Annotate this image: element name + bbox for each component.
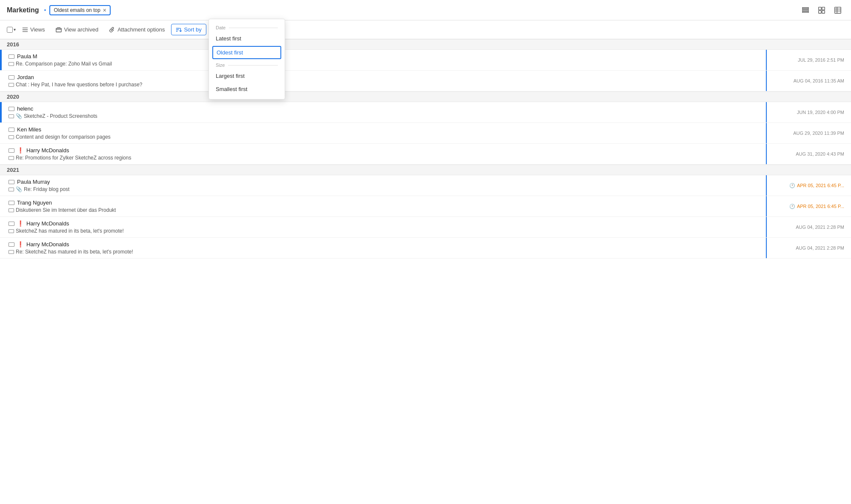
email-subject: Re: Promotions for Zylker SketcheZ acros…: [9, 155, 759, 161]
svg-rect-2: [802, 11, 808, 12]
email-subject: Diskutieren Sie im Internet über das Pro…: [9, 207, 759, 213]
svg-rect-3: [819, 7, 821, 9]
thread-icon: [9, 135, 14, 139]
table-row[interactable]: ❗ Harry McDonalds SketcheZ has matured i…: [0, 217, 851, 238]
app-header: Marketing ● Oldest emails on top ×: [0, 0, 851, 20]
svg-rect-6: [822, 10, 825, 13]
flag-icon: ❗: [17, 147, 24, 154]
sender-row: Ken Miles: [9, 126, 759, 133]
year-group-2016: 2016 Paula M Re. Comparison page: Zoho M…: [0, 39, 851, 91]
attachment-icon: 📎: [16, 113, 22, 119]
mail-icon: [9, 242, 14, 247]
toolbar: ▾ Views View archived Attachment options…: [0, 20, 851, 39]
svg-rect-0: [802, 7, 808, 9]
thread-content: Ken Miles Content and design for compari…: [2, 123, 766, 143]
thread-content: ❗ Harry McDonalds SketcheZ has matured i…: [2, 217, 766, 237]
select-all-checkbox[interactable]: [7, 27, 13, 33]
clock-icon: 🕐: [789, 183, 795, 188]
mail-icon: [9, 222, 14, 226]
thread-content: ❗ Harry McDonalds Re: Promotions for Zyl…: [2, 144, 766, 164]
table-row[interactable]: Ken Miles Content and design for compari…: [0, 123, 851, 144]
mail-icon: [9, 180, 14, 184]
thread-content: Paula M Re. Comparison page: Zoho Mail v…: [2, 50, 766, 70]
year-group-2020: 2020 helenc 📎 SketcheZ - Product Screens…: [0, 91, 851, 165]
year-header-2020: 2020: [0, 91, 851, 102]
sender-row: Paula Murray: [9, 179, 759, 185]
table-row[interactable]: Paula Murray 📎 Re: Friday blog post 🕐 AP…: [0, 175, 851, 196]
svg-rect-1: [802, 9, 808, 11]
thread-content: ❗ Harry McDonalds Re: SketcheZ has matur…: [2, 238, 766, 258]
thread-date: AUG 31, 2020 4:43 PM: [766, 144, 851, 164]
mail-icon: [9, 201, 14, 205]
select-all-wrap[interactable]: ▾: [7, 27, 16, 33]
thread-icon: [9, 188, 14, 191]
email-list: 2016 Paula M Re. Comparison page: Zoho M…: [0, 39, 851, 504]
thread-icon: [9, 62, 14, 66]
filter-tag-label: Oldest emails on top: [54, 7, 100, 13]
smallest-first-item[interactable]: Smallest first: [209, 83, 285, 96]
thread-icon: [9, 208, 14, 212]
email-subject: Re. Comparison page: Zoho Mail vs Gmail: [9, 61, 759, 67]
sort-by-button[interactable]: Sort by: [171, 24, 206, 35]
table-row[interactable]: Jordan Chat : Hey Pat, I have few questi…: [0, 71, 851, 91]
largest-first-item[interactable]: Largest first: [209, 69, 285, 83]
card-view-button[interactable]: [815, 5, 828, 16]
svg-rect-5: [819, 10, 821, 13]
app-title: Marketing: [7, 6, 39, 14]
clock-icon: 🕐: [789, 204, 795, 209]
email-subject: Re: SketcheZ has matured in its beta, le…: [9, 249, 759, 255]
table-row[interactable]: Trang Nguyen Diskutieren Sie im Internet…: [0, 196, 851, 217]
oldest-first-item[interactable]: Oldest first: [212, 46, 281, 59]
email-subject: 📎 SketcheZ - Product Screenshots: [9, 113, 759, 119]
mail-icon: [9, 75, 14, 80]
table-row[interactable]: Paula M Re. Comparison page: Zoho Mail v…: [0, 50, 851, 71]
sender-row: Trang Nguyen: [9, 199, 759, 206]
table-row[interactable]: helenc 📎 SketcheZ - Product Screenshots …: [0, 102, 851, 123]
thread-date: AUG 04, 2021 2:28 PM: [766, 217, 851, 237]
thread-content: Trang Nguyen Diskutieren Sie im Internet…: [2, 196, 766, 216]
sort-dropdown: Date Latest first Oldest first Size Larg…: [208, 19, 285, 100]
thread-icon: [9, 114, 14, 118]
latest-first-item[interactable]: Latest first: [209, 32, 285, 45]
sender-row: ❗ Harry McDonalds: [9, 147, 759, 154]
year-header-2021: 2021: [0, 165, 851, 175]
thread-date: AUG 04, 2021 2:28 PM: [766, 238, 851, 258]
views-button[interactable]: Views: [17, 24, 49, 35]
thread-content: Paula Murray 📎 Re: Friday blog post: [2, 175, 766, 196]
filter-tag-close[interactable]: ×: [103, 7, 106, 14]
sender-row: Jordan: [9, 74, 759, 80]
select-chevron[interactable]: ▾: [14, 27, 16, 32]
thread-date: 🕐 APR 05, 2021 6:45 P...: [766, 196, 851, 216]
svg-rect-11: [56, 28, 61, 32]
thread-icon: [9, 156, 14, 160]
table-row[interactable]: ❗ Harry McDonalds Re: Promotions for Zyl…: [0, 144, 851, 165]
svg-rect-4: [822, 7, 825, 9]
mail-icon: [9, 54, 14, 59]
table-view-button[interactable]: [831, 5, 844, 16]
flag-icon: ❗: [17, 241, 24, 248]
sender-row: ❗ Harry McDonalds: [9, 220, 759, 227]
table-row[interactable]: ❗ Harry McDonalds Re: SketcheZ has matur…: [0, 238, 851, 259]
date-section-label: Date: [209, 23, 285, 32]
email-subject: Content and design for comparison pages: [9, 134, 759, 140]
thread-date: JUL 29, 2016 2:51 PM: [766, 50, 851, 70]
mail-icon: [9, 107, 14, 111]
sender-row: ❗ Harry McDonalds: [9, 241, 759, 248]
mail-icon: [9, 148, 14, 153]
mail-icon: [9, 128, 14, 132]
sender-row: helenc: [9, 105, 759, 112]
thread-date: 🕐 APR 05, 2021 6:45 P...: [766, 175, 851, 196]
thread-date: AUG 29, 2020 11:39 PM: [766, 123, 851, 143]
filter-tag[interactable]: Oldest emails on top ×: [49, 5, 111, 15]
thread-content: helenc 📎 SketcheZ - Product Screenshots: [2, 102, 766, 122]
flag-icon: ❗: [17, 220, 24, 227]
size-section-label: Size: [209, 60, 285, 69]
thread-date: AUG 04, 2016 11:35 AM: [766, 71, 851, 91]
compact-view-button[interactable]: [799, 5, 812, 16]
view-archived-button[interactable]: View archived: [51, 24, 103, 35]
attachment-icon: 📎: [16, 186, 22, 192]
year-header-2016: 2016: [0, 39, 851, 50]
attachment-options-button[interactable]: Attachment options: [105, 24, 169, 35]
thread-icon: [9, 83, 14, 87]
marketing-dot-icon: ●: [44, 8, 46, 12]
